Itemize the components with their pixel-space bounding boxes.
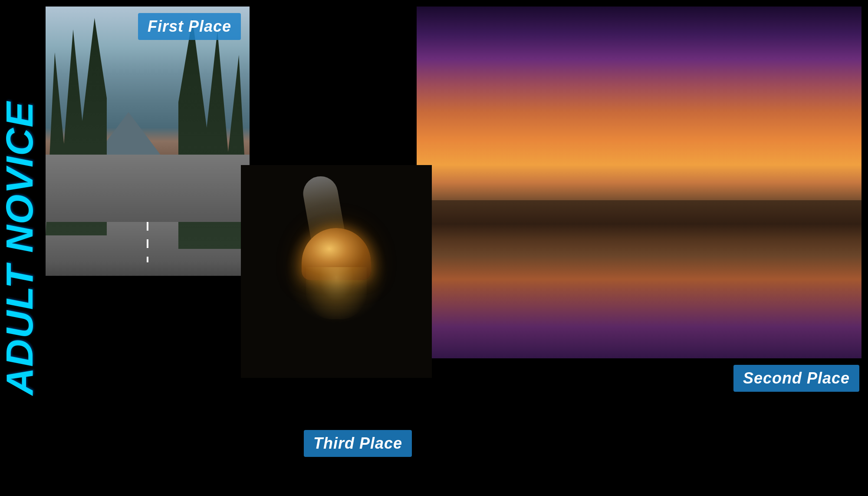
tree-left-decoration — [46, 7, 107, 235]
first-place-image — [46, 7, 250, 276]
second-place-badge: Second Place — [733, 365, 859, 392]
jellyfish-illustration — [293, 228, 380, 315]
first-place-badge: First Place — [138, 13, 241, 40]
road-line-decoration — [147, 222, 148, 262]
category-title: ADULT NOVICE — [0, 0, 39, 496]
second-place-image — [417, 7, 861, 358]
third-place-image — [241, 165, 432, 378]
tree-right-decoration — [178, 7, 250, 249]
third-place-badge: Third Place — [304, 430, 412, 457]
